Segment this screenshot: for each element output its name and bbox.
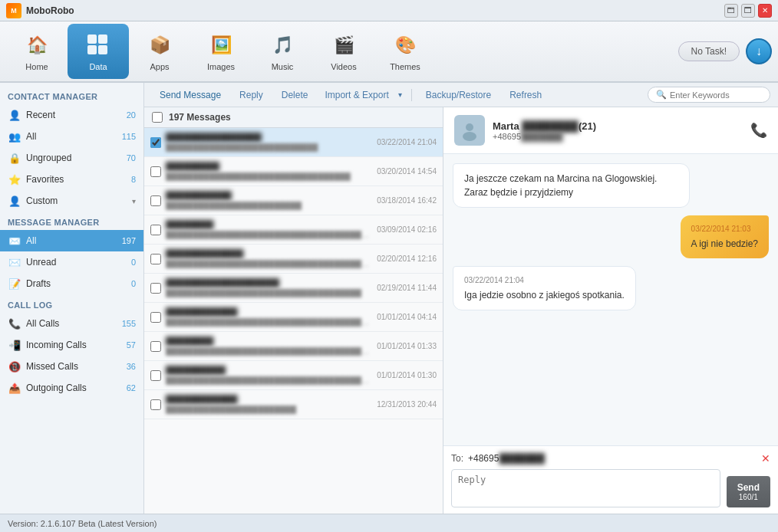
select-all-checkbox[interactable] — [152, 112, 163, 123]
message-preview: ████████████████████████ — [166, 406, 372, 414]
bubble-time: 03/22/2014 21:04 — [464, 274, 625, 286]
table-row[interactable]: ████████ ███████████████████████████████… — [144, 332, 443, 361]
message-sender: ███████████████████ — [166, 278, 372, 287]
import-export-dropdown[interactable]: ▾ — [395, 88, 405, 101]
message-checkbox[interactable] — [150, 283, 161, 294]
messages-count: 197 Messages — [169, 112, 231, 123]
message-content: ███████████████████ ████████████████████… — [166, 278, 372, 297]
sidebar-item-recent[interactable]: 👤 Recent 20 — [0, 104, 143, 126]
close-button[interactable]: ✕ — [758, 4, 772, 18]
message-checkbox[interactable] — [150, 312, 161, 323]
table-row[interactable]: █████████ ██████████████████████████████… — [144, 157, 443, 186]
toolbar-apps[interactable]: 📦 Apps — [129, 24, 190, 79]
toolbar-music[interactable]: 🎵 Music — [252, 24, 313, 79]
no-task-button[interactable]: No Task! — [678, 41, 740, 61]
search-input[interactable] — [670, 90, 762, 100]
bubble-time: 03/22/2014 21:03 — [691, 223, 758, 235]
maximize-button[interactable]: 🗖 — [741, 4, 755, 18]
chat-input-area: To: +48695███████ ✕ Send 160/1 — [443, 445, 778, 514]
status-bar: Version: 2.1.6.107 Beta (Latest Version) — [0, 514, 778, 532]
videos-icon: 🎬 — [330, 31, 358, 59]
sidebar-item-all-contacts[interactable]: 👥 All 115 — [0, 126, 143, 147]
message-checkbox[interactable] — [150, 254, 161, 264]
search-box[interactable]: 🔍 — [648, 87, 770, 103]
table-row[interactable]: ███████████ █████████████████████████ 03… — [144, 186, 443, 215]
message-sender: ███████████ — [166, 191, 372, 200]
table-row[interactable]: ██████████ █████████████████████████████… — [144, 361, 443, 390]
sidebar-item-all-messages[interactable]: ✉️ All 197 — [0, 230, 143, 251]
data-icon — [84, 31, 112, 59]
toolbar-data[interactable]: Data — [68, 24, 129, 79]
search-icon: 🔍 — [656, 90, 667, 100]
sidebar-item-unread[interactable]: ✉️ Unread 0 — [0, 251, 143, 273]
call-icon[interactable]: 📞 — [750, 122, 767, 139]
table-row[interactable]: ████████████████ ███████████████████████… — [144, 128, 443, 157]
message-preview: ████████████████████████████████████████… — [166, 260, 372, 268]
table-row[interactable]: ███████████████████ ████████████████████… — [144, 274, 443, 303]
clear-recipient-button[interactable]: ✕ — [761, 452, 770, 465]
message-preview: ████████████████████████████████████████… — [166, 231, 372, 239]
send-message-button[interactable]: Send Message — [152, 87, 229, 103]
call-log-title: Call Log — [0, 294, 143, 313]
refresh-button[interactable]: Refresh — [502, 87, 549, 103]
download-button[interactable]: ↓ — [746, 38, 772, 64]
favorites-icon: ⭐ — [8, 172, 21, 186]
message-time: 03/09/2014 02:16 — [377, 225, 437, 234]
sidebar-item-favorites[interactable]: ⭐ Favorites 8 — [0, 169, 143, 190]
outgoing-calls-icon: 📤 — [8, 381, 21, 395]
table-row[interactable]: ████████████ ███████████████████████████… — [144, 303, 443, 332]
all-messages-icon: ✉️ — [8, 234, 21, 248]
toolbar-home[interactable]: 🏠 Home — [6, 24, 68, 79]
sidebar-item-ungrouped[interactable]: 🔒 Ungrouped 70 — [0, 147, 143, 169]
chat-bubble-incoming: Ja jeszcze czekam na Marcina na Glogowsk… — [453, 163, 690, 208]
toolbar-themes[interactable]: 🎨 Themes — [374, 24, 436, 79]
chat-bubble-outgoing: 03/22/2014 21:03 A igi nie bedzie? — [681, 215, 769, 258]
svg-point-5 — [463, 132, 476, 141]
reply-input[interactable] — [451, 469, 720, 507]
to-label: To: — [451, 453, 463, 464]
sidebar-item-all-calls[interactable]: 📞 All Calls 155 — [0, 313, 143, 334]
message-checkbox[interactable] — [150, 399, 161, 410]
message-preview: █████████████████████████ — [166, 202, 372, 210]
home-icon: 🏠 — [23, 31, 51, 59]
missed-calls-icon: 📵 — [8, 360, 21, 373]
reply-button[interactable]: Reply — [232, 87, 271, 103]
message-checkbox[interactable] — [150, 341, 161, 352]
sidebar-item-missed-calls[interactable]: 📵 Missed Calls 36 — [0, 356, 143, 377]
sidebar-item-outgoing-calls[interactable]: 📤 Outgoing Calls 62 — [0, 377, 143, 399]
message-preview: ████████████████████████████████████████… — [166, 347, 372, 356]
sidebar-item-custom[interactable]: 👤 Custom ▾ — [0, 190, 143, 212]
import-export-button[interactable]: Import & Export — [318, 87, 394, 103]
message-time: 01/01/2014 01:30 — [377, 371, 437, 379]
message-content: ████████████ ███████████████████████████… — [166, 307, 372, 327]
sidebar-item-incoming-calls[interactable]: 📲 Incoming Calls 57 — [0, 334, 143, 356]
toolbar-images[interactable]: 🖼️ Images — [190, 24, 252, 79]
backup-restore-button[interactable]: Backup/Restore — [418, 87, 499, 103]
table-row[interactable]: ████████████ ████████████████████████ 12… — [144, 390, 443, 419]
chat-header: Marta ████████(21) +48695███████ 📞 — [443, 107, 778, 154]
table-row[interactable]: ████████ ███████████████████████████████… — [144, 215, 443, 245]
import-export-group: Import & Export ▾ — [318, 87, 404, 103]
message-content: ████████ ███████████████████████████████… — [166, 337, 372, 356]
main-area: Contact Manager 👤 Recent 20 👥 All 115 🔒 … — [0, 83, 778, 514]
message-time: 01/01/2014 04:14 — [377, 313, 437, 321]
drafts-icon: 📝 — [8, 277, 21, 291]
message-checkbox[interactable] — [150, 166, 161, 177]
message-content: ████████ ███████████████████████████████… — [166, 220, 372, 239]
message-checkbox[interactable] — [150, 195, 161, 206]
message-checkbox[interactable] — [150, 137, 161, 148]
delete-button[interactable]: Delete — [274, 87, 316, 103]
send-button[interactable]: Send 160/1 — [727, 476, 770, 507]
message-checkbox[interactable] — [150, 225, 161, 235]
sidebar-item-drafts[interactable]: 📝 Drafts 0 — [0, 273, 143, 294]
bubble-text: Ja jeszcze czekam na Marcina na Glogowsk… — [464, 172, 678, 199]
message-checkbox[interactable] — [150, 370, 161, 381]
minimize-button[interactable]: 🗔 — [724, 4, 738, 18]
svg-rect-3 — [98, 45, 107, 54]
chat-bubble-incoming2: 03/22/2014 21:04 Iga jedzie osobno z jak… — [453, 266, 636, 310]
table-row[interactable]: █████████████ ██████████████████████████… — [144, 245, 443, 274]
images-icon: 🖼️ — [207, 31, 235, 59]
window-controls[interactable]: 🗔 🗖 ✕ — [724, 4, 772, 18]
toolbar-videos[interactable]: 🎬 Videos — [313, 24, 374, 79]
all-calls-icon: 📞 — [8, 317, 21, 330]
